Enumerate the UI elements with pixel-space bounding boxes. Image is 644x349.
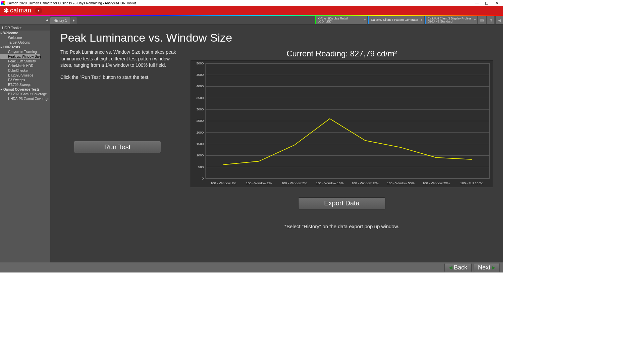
svg-text:1500: 1500	[196, 142, 204, 146]
export-note: *Select "History" on the data export pop…	[191, 223, 493, 229]
sidebar-item-colormatch-hdr[interactable]: ColorMatch HDR	[0, 63, 50, 68]
arrow-right-icon: ▶	[492, 265, 495, 270]
next-label: Next	[478, 264, 490, 271]
chevron-left-icon: ◀	[46, 18, 48, 22]
sidebar-item-colorchecker[interactable]: ColorChecker	[0, 68, 50, 73]
sidebar-item-peak-lum-stability[interactable]: Peak Lum Stability	[0, 59, 50, 63]
svg-text:3500: 3500	[196, 96, 204, 100]
sidebar-section-hdr-tests[interactable]: HDR Tests	[0, 45, 50, 49]
export-data-button[interactable]: Export Data	[298, 197, 385, 209]
device-line1: CalMAN Client 3 Pattern Generator	[371, 18, 418, 21]
device-line2: LCD (LED)	[318, 20, 362, 23]
toolbar-settings-button[interactable]: ⚙	[487, 16, 494, 24]
description-1: The Peak Luminance vs. Window Size test …	[60, 49, 181, 69]
toolbar: ◀ History 1 + X-Rite i1Display Retail LC…	[0, 16, 503, 24]
window-titlebar: Calman 2020 Calman Ultimate for Business…	[0, 0, 503, 6]
svg-text:500: 500	[198, 165, 204, 169]
sidebar-section-gamut-coverage[interactable]: Gamut Coverage Tests	[0, 87, 50, 92]
reading-value: 827,79 cd/m²	[350, 49, 397, 58]
maximize-button[interactable]: ◻	[482, 1, 492, 5]
arrow-left-icon: ◀	[449, 265, 452, 270]
device-profiler-dropdown[interactable]: CalMAN Client 3 Display Profiler Q95A 42…	[425, 16, 477, 24]
minimize-button[interactable]: —	[472, 1, 482, 5]
description-2: Click the "Run Test" button to start the…	[60, 74, 181, 81]
brand-icon: ✱	[3, 7, 9, 15]
sidebar-item-bt2020-sweeps[interactable]: BT.2020 Sweeps	[0, 73, 50, 78]
svg-text:100 - Window 25%: 100 - Window 25%	[352, 181, 379, 185]
sidebar-item-uhda-p3-gamut[interactable]: UHDA-P3 Gamut Coverage	[0, 96, 50, 101]
svg-text:3000: 3000	[196, 107, 204, 111]
tab-label: History 1	[54, 19, 67, 22]
sidebar-item-welcome[interactable]: Welcome	[0, 35, 50, 40]
svg-text:2000: 2000	[196, 131, 204, 134]
sidebar-item-bt2020-gamut[interactable]: BT.2020 Gamut Coverage	[0, 92, 50, 96]
footer-nav: ◀ Back Next ▶	[0, 262, 503, 272]
svg-text:100 - Window  5%: 100 - Window 5%	[281, 181, 307, 185]
sidebar: HDR Toolkit Welcome Welcome Target Optio…	[0, 24, 50, 262]
svg-text:4500: 4500	[196, 73, 204, 77]
svg-text:1000: 1000	[196, 153, 204, 157]
svg-text:100 - Window 50%: 100 - Window 50%	[387, 181, 415, 185]
svg-text:100 - Full  100%: 100 - Full 100%	[460, 181, 483, 185]
device-generator-dropdown[interactable]: CalMAN Client 3 Pattern Generator ▾	[368, 16, 424, 24]
svg-text:4000: 4000	[196, 84, 204, 88]
brand-bar: ✱ calman ▾	[0, 6, 503, 15]
sidebar-item-grayscale-tracking[interactable]: Grayscale Tracking	[0, 49, 50, 54]
toolbar-panel-collapse-button[interactable]: ◀	[496, 16, 503, 24]
svg-text:100 - Window 75%: 100 - Window 75%	[423, 181, 450, 185]
back-label: Back	[454, 264, 467, 271]
sidebar-item-target-options[interactable]: Target Options	[0, 40, 50, 45]
run-test-label: Run Test	[104, 143, 131, 151]
brand-menu-button[interactable]: ▾	[35, 8, 42, 14]
device-line2: Q95A 42 Standard	[428, 20, 472, 23]
next-button[interactable]: Next ▶	[474, 263, 500, 272]
app-icon	[1, 1, 5, 5]
sidebar-section-welcome[interactable]: Welcome	[0, 31, 50, 35]
page-title: Peak Luminance vs. Window Size	[60, 31, 493, 44]
run-test-button[interactable]: Run Test	[74, 141, 161, 153]
export-data-label: Export Data	[324, 199, 360, 207]
tab-add[interactable]: +	[70, 17, 77, 24]
toolbar-keyboard-button[interactable]: ⌨	[478, 16, 486, 24]
chevron-down-icon: ▾	[421, 19, 422, 21]
chevron-down-icon: ▾	[474, 19, 476, 21]
sidebar-title: HDR Toolkit	[0, 25, 50, 31]
reading-prefix: Current Reading:	[286, 49, 350, 58]
content-area: Peak Luminance vs. Window Size The Peak …	[50, 24, 503, 262]
sidebar-item-bt709-sweeps[interactable]: BT.709 Sweeps	[0, 82, 50, 87]
close-button[interactable]: ✕	[492, 1, 502, 5]
back-button[interactable]: ◀ Back	[444, 263, 472, 272]
svg-text:5000: 5000	[196, 61, 204, 65]
sidebar-item-p3-sweeps[interactable]: P3 Sweeps	[0, 78, 50, 82]
svg-text:0: 0	[202, 177, 204, 180]
device-meter-dropdown[interactable]: X-Rite i1Display Retail LCD (LED) ▾	[315, 16, 367, 24]
chevron-down-icon: ▾	[364, 19, 366, 21]
tab-history-1[interactable]: History 1	[50, 17, 70, 24]
sidebar-collapse-button[interactable]: ◀	[0, 16, 50, 24]
sidebar-item-peak-vs-window-size[interactable]: Peak vs. Window Size	[0, 54, 40, 59]
svg-text:100 - Window  1%: 100 - Window 1%	[211, 181, 236, 185]
svg-text:100 - Window 10%: 100 - Window 10%	[316, 181, 343, 185]
luminance-chart: 0500100015002000250030003500400045005000…	[191, 60, 493, 187]
svg-text:2500: 2500	[196, 119, 204, 122]
current-reading: Current Reading: 827,79 cd/m²	[191, 49, 493, 58]
svg-text:100 - Window  2%: 100 - Window 2%	[246, 181, 272, 185]
brand-logo: ✱ calman	[0, 7, 32, 15]
window-title: Calman 2020 Calman Ultimate for Business…	[7, 1, 136, 5]
brand-text: calman	[10, 7, 32, 14]
